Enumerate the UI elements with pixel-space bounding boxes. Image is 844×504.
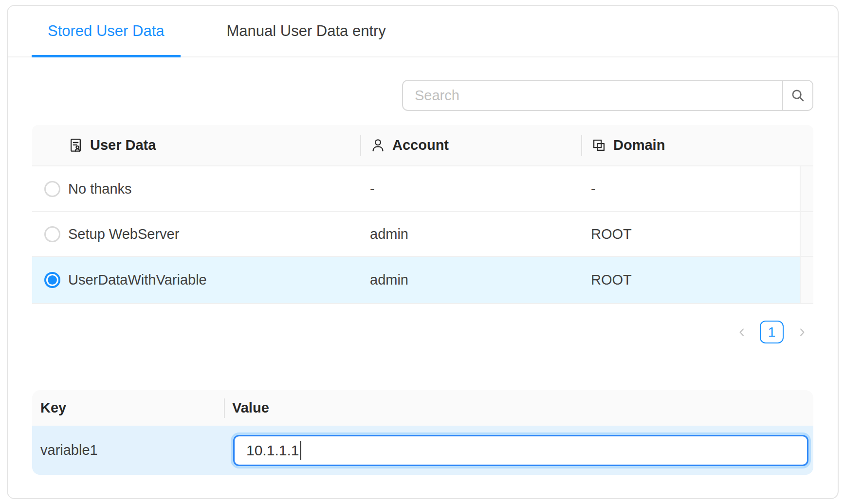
scrollbar-gutter	[800, 212, 813, 256]
tab-stored-user-data-label: Stored User Data	[48, 22, 165, 40]
search-icon	[790, 88, 806, 103]
column-header-user-data: User Data	[32, 125, 360, 165]
pagination: 1	[32, 321, 813, 343]
scrollbar-gutter	[800, 257, 813, 303]
chevron-right-icon	[796, 326, 808, 339]
variable-key: variable1	[32, 426, 224, 475]
cell-account: admin	[360, 212, 581, 256]
table-row-setup-webserver[interactable]: Setup WebServer admin ROOT	[32, 212, 813, 257]
previous-page-button[interactable]	[730, 321, 753, 343]
cell-domain: ROOT	[581, 212, 800, 256]
next-page-button[interactable]	[790, 321, 813, 343]
table-row-no-thanks[interactable]: No thanks - -	[32, 166, 813, 212]
column-header-user-data-label: User Data	[90, 137, 156, 153]
domain-icon	[591, 137, 607, 153]
variables-table: Key Value variable1 10.1.1.1	[32, 390, 813, 475]
column-header-value: Value	[224, 390, 813, 426]
cell-account: -	[360, 166, 581, 211]
column-header-domain: Domain	[581, 125, 813, 165]
user-data-table: User Data Account	[32, 125, 813, 304]
tab-manual-user-data-entry-label: Manual User Data entry	[227, 22, 386, 40]
cell-domain: ROOT	[581, 257, 800, 303]
column-header-key: Key	[32, 390, 224, 426]
cell-user-data: UserDataWithVariable	[60, 257, 360, 303]
search-button[interactable]	[782, 81, 812, 110]
column-header-account: Account	[360, 125, 581, 165]
radio-button-checked[interactable]	[44, 272, 60, 288]
table-row-userdatawithvariable[interactable]: UserDataWithVariable admin ROOT	[32, 257, 813, 304]
tab-manual-user-data-entry[interactable]: Manual User Data entry	[211, 6, 402, 56]
radio-button[interactable]	[44, 226, 60, 242]
scrollbar-gutter	[800, 166, 813, 211]
column-header-domain-label: Domain	[613, 137, 665, 153]
column-header-account-label: Account	[392, 137, 449, 153]
user-data-panel: Stored User Data Manual User Data entry	[7, 5, 839, 499]
search-box	[402, 80, 813, 111]
text-cursor	[300, 441, 301, 460]
search-row	[32, 80, 813, 111]
variable-value-text: 10.1.1.1	[246, 442, 299, 459]
cell-domain: -	[581, 166, 800, 211]
user-data-table-header: User Data Account	[32, 125, 813, 166]
tab-stored-user-data[interactable]: Stored User Data	[32, 6, 181, 56]
radio-button[interactable]	[44, 181, 60, 197]
variables-table-header: Key Value	[32, 390, 813, 426]
cell-user-data: No thanks	[60, 166, 360, 211]
chevron-left-icon	[735, 326, 748, 339]
tab-bar: Stored User Data Manual User Data entry	[8, 6, 838, 57]
account-icon	[370, 137, 386, 153]
variable-value-input[interactable]: 10.1.1.1	[233, 435, 808, 466]
page-number-button[interactable]: 1	[760, 321, 784, 343]
variable-row: variable1 10.1.1.1	[32, 426, 813, 475]
cell-user-data: Setup WebServer	[60, 212, 360, 256]
search-input[interactable]	[403, 81, 782, 110]
user-data-icon	[68, 137, 84, 153]
cell-account: admin	[360, 257, 581, 303]
